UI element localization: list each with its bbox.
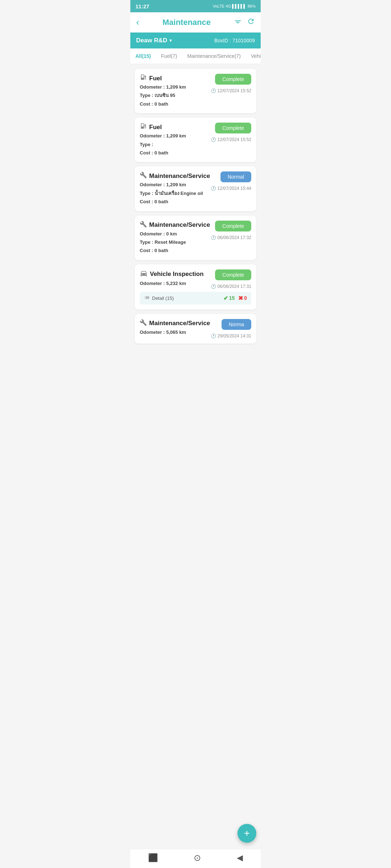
org-name: Deaw R&D (136, 37, 167, 44)
checkmark-icon: ✔ (223, 295, 228, 302)
tabs: All(15) Fuel(7) Maintenance/Service(7) V… (130, 48, 261, 64)
card-info-5: Vehicle Inspection Odometer : 5,232 km (140, 269, 211, 288)
clock-icon-5: 🕐 (211, 284, 216, 289)
card-maintenance-2[interactable]: Maintenance/Service Odometer : 0 km Type… (135, 216, 256, 260)
status-icons: VoLTE 4G ▌▌▌▌▌ 86% (213, 4, 256, 8)
status-btn-6[interactable]: Norma (222, 319, 251, 330)
status-btn-2[interactable]: Complete (215, 123, 251, 133)
card-detail-5: Odometer : 5,232 km (140, 279, 211, 288)
header: ‹ Maintenance (130, 12, 261, 33)
card-detail-6: Odometer : 5,065 km (140, 328, 211, 336)
card-title-text-5: Vehicle Inspection (150, 271, 203, 278)
filter-icon[interactable] (234, 17, 242, 27)
card-detail-4: Odometer : 0 km Type : Reset Mileage Cos… (140, 230, 211, 255)
tab-fuel[interactable]: Fuel(7) (156, 48, 182, 64)
card-title-1: Fuel (140, 74, 211, 83)
detail-label: Detail (15) (144, 295, 174, 302)
status-btn-1[interactable]: Complete (215, 74, 251, 85)
clock-icon-4: 🕐 (211, 235, 216, 240)
card-date-4: 🕐 06/06/2024 17:32 (211, 235, 251, 240)
cross-icon: ✖ (238, 295, 243, 302)
clock-icon-1: 🕐 (211, 88, 216, 93)
card-title-text-4: Maintenance/Service (149, 221, 210, 229)
card-date-6: 🕐 29/05/2024 14:31 (211, 333, 251, 339)
fuel-icon-1 (140, 74, 147, 83)
card-info-1: Fuel Odometer : 1,209 km Type : เบนซิน 9… (140, 74, 211, 108)
card-right-3: Normal 🕐 12/07/2024 15:44 (211, 171, 251, 191)
clock-icon-3: 🕐 (211, 186, 216, 191)
card-title-5: Vehicle Inspection (140, 269, 211, 279)
page-title: Maintenance (163, 18, 211, 27)
card-right-2: Complete 🕐 12/07/2024 15:52 (211, 123, 251, 142)
box-id: BoxID : 71010009 (214, 38, 255, 43)
wrench-icon-3 (140, 319, 147, 328)
tab-vehicle[interactable]: Vehicle Inspection( (246, 48, 261, 64)
card-title-2: Fuel (140, 123, 211, 132)
card-fuel-1[interactable]: Fuel Odometer : 1,209 km Type : เบนซิน 9… (135, 69, 256, 113)
vehicle-detail-row[interactable]: Detail (15) ✔ 15 ✖ 0 (140, 292, 251, 305)
chevron-down-icon: ▾ (169, 38, 172, 43)
count-fail: ✖ 0 (238, 295, 247, 302)
card-info-4: Maintenance/Service Odometer : 0 km Type… (140, 221, 211, 255)
back-button[interactable]: ‹ (136, 17, 139, 28)
card-title-text-2: Fuel (149, 124, 162, 131)
card-title-text-3: Maintenance/Service (149, 173, 210, 180)
refresh-icon[interactable] (247, 17, 255, 27)
card-right-4: Complete 🕐 06/06/2024 17:32 (211, 221, 251, 240)
card-detail-1: Odometer : 1,209 km Type : เบนซิน 95 Cos… (140, 83, 211, 108)
car-icon (140, 269, 148, 279)
clock-icon-6: 🕐 (211, 333, 216, 339)
status-btn-3[interactable]: Normal (220, 171, 251, 182)
tab-maintenance[interactable]: Maintenance/Service(7) (182, 48, 246, 64)
card-info-3: Maintenance/Service Odometer : 1,209 km … (140, 171, 211, 206)
card-detail-3: Odometer : 1,209 km Type : น้ำมันเครื่อง… (140, 180, 211, 206)
card-info-6: Maintenance/Service Odometer : 5,065 km (140, 319, 211, 336)
card-detail-2: Odometer : 1,209 km Type : Cost : 0 bath (140, 132, 211, 157)
org-selector[interactable]: Deaw R&D ▾ (136, 37, 172, 44)
card-title-3: Maintenance/Service (140, 171, 211, 180)
card-date-2: 🕐 12/07/2024 15:52 (211, 137, 251, 142)
count-ok: ✔ 15 (223, 295, 235, 302)
card-fuel-2[interactable]: Fuel Odometer : 1,209 km Type : Cost : 0… (135, 118, 256, 162)
card-title-6: Maintenance/Service (140, 319, 211, 328)
card-maintenance-3[interactable]: Maintenance/Service Odometer : 5,065 km … (135, 314, 256, 344)
card-title-4: Maintenance/Service (140, 221, 211, 230)
status-btn-4[interactable]: Complete (215, 221, 251, 231)
card-right-5: Complete 🕐 06/06/2024 17:31 (211, 269, 251, 289)
status-bar: 11:27 VoLTE 4G ▌▌▌▌▌ 86% (130, 0, 261, 12)
card-right-6: Norma 🕐 29/05/2024 14:31 (211, 319, 251, 339)
tab-all[interactable]: All(15) (130, 48, 156, 64)
header-actions (234, 17, 255, 27)
clock-icon-2: 🕐 (211, 137, 216, 142)
card-title-text-1: Fuel (149, 75, 162, 82)
list-icon (144, 295, 150, 302)
wrench-icon-2 (140, 221, 147, 230)
card-title-text-6: Maintenance/Service (149, 320, 210, 327)
status-btn-5[interactable]: Complete (215, 269, 251, 280)
battery-percent: 86% (248, 4, 256, 8)
card-date-3: 🕐 12/07/2024 15:44 (211, 186, 251, 191)
bottom-spacer (135, 348, 256, 377)
detail-counts: ✔ 15 ✖ 0 (223, 295, 247, 302)
card-maintenance-1[interactable]: Maintenance/Service Odometer : 1,209 km … (135, 166, 256, 211)
sub-header: Deaw R&D ▾ BoxID : 71010009 (130, 33, 261, 48)
status-time: 11:27 (135, 3, 149, 9)
card-date-5: 🕐 06/06/2024 17:31 (211, 284, 251, 289)
signal-icon: VoLTE 4G ▌▌▌▌▌ (213, 4, 246, 8)
cards-list: Fuel Odometer : 1,209 km Type : เบนซิน 9… (130, 64, 261, 381)
card-date-1: 🕐 12/07/2024 15:52 (211, 88, 251, 93)
fuel-icon-2 (140, 123, 147, 132)
card-info-2: Fuel Odometer : 1,209 km Type : Cost : 0… (140, 123, 211, 157)
card-right-1: Complete 🕐 12/07/2024 15:52 (211, 74, 251, 93)
wrench-icon-1 (140, 171, 147, 180)
card-vehicle-inspection[interactable]: Vehicle Inspection Odometer : 5,232 km C… (135, 264, 256, 310)
